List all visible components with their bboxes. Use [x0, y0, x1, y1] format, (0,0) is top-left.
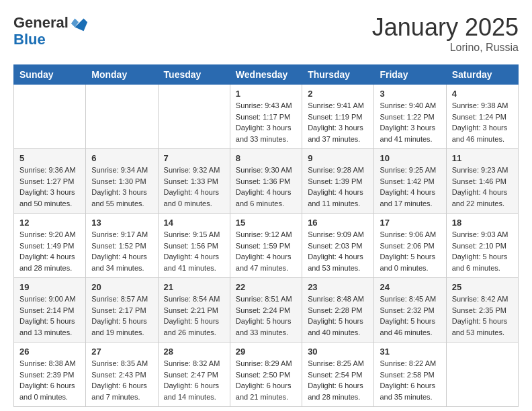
day-info: Sunrise: 9:32 AM Sunset: 1:33 PM Dayligh…: [164, 165, 224, 209]
calendar-week-row: 19Sunrise: 9:00 AM Sunset: 2:14 PM Dayli…: [14, 278, 519, 342]
title-block: January 2025 Lorino, Russia: [372, 13, 519, 54]
day-info: Sunrise: 9:28 AM Sunset: 1:39 PM Dayligh…: [308, 165, 368, 209]
day-number: 9: [308, 153, 368, 163]
day-info: Sunrise: 8:45 AM Sunset: 2:32 PM Dayligh…: [380, 293, 440, 338]
calendar-header-row: SundayMondayTuesdayWednesdayThursdayFrid…: [14, 65, 519, 85]
day-number: 11: [452, 153, 513, 163]
calendar-cell: 13Sunrise: 9:17 AM Sunset: 1:52 PM Dayli…: [86, 214, 158, 278]
calendar-cell: 6Sunrise: 9:34 AM Sunset: 1:30 PM Daylig…: [86, 149, 158, 214]
day-info: Sunrise: 9:36 AM Sunset: 1:27 PM Dayligh…: [19, 165, 80, 209]
logo-general: General: [13, 15, 69, 30]
calendar-cell: 11Sunrise: 9:23 AM Sunset: 1:46 PM Dayli…: [446, 149, 518, 214]
day-number: 25: [452, 282, 513, 292]
calendar-cell: 18Sunrise: 9:03 AM Sunset: 2:10 PM Dayli…: [446, 214, 518, 278]
day-number: 23: [308, 282, 368, 292]
day-info: Sunrise: 8:29 AM Sunset: 2:50 PM Dayligh…: [236, 358, 296, 402]
calendar-week-row: 5Sunrise: 9:36 AM Sunset: 1:27 PM Daylig…: [14, 149, 519, 214]
day-number: 24: [380, 282, 440, 292]
calendar-week-row: 1Sunrise: 9:43 AM Sunset: 1:17 PM Daylig…: [14, 85, 519, 149]
calendar-cell: 9Sunrise: 9:28 AM Sunset: 1:39 PM Daylig…: [302, 149, 374, 214]
logo: General Blue: [13, 13, 89, 47]
day-number: 18: [452, 218, 513, 228]
calendar-cell: [446, 342, 518, 407]
calendar-cell: 8Sunrise: 9:30 AM Sunset: 1:36 PM Daylig…: [230, 149, 302, 214]
page-header: General Blue January 2025 Lorino, Russia: [13, 13, 519, 54]
day-number: 31: [380, 347, 440, 357]
day-number: 4: [452, 89, 513, 99]
day-number: 19: [19, 282, 80, 292]
calendar-cell: 5Sunrise: 9:36 AM Sunset: 1:27 PM Daylig…: [14, 149, 86, 214]
calendar-week-row: 26Sunrise: 8:38 AM Sunset: 2:39 PM Dayli…: [14, 342, 519, 407]
calendar-cell: 15Sunrise: 9:12 AM Sunset: 1:59 PM Dayli…: [230, 214, 302, 278]
day-number: 2: [308, 89, 368, 99]
day-number: 12: [19, 218, 80, 228]
day-info: Sunrise: 9:15 AM Sunset: 1:56 PM Dayligh…: [164, 229, 224, 273]
day-info: Sunrise: 9:09 AM Sunset: 2:03 PM Dayligh…: [308, 229, 368, 273]
calendar-cell: 2Sunrise: 9:41 AM Sunset: 1:19 PM Daylig…: [302, 85, 374, 149]
calendar-cell: 12Sunrise: 9:20 AM Sunset: 1:49 PM Dayli…: [14, 214, 86, 278]
day-number: 22: [236, 282, 296, 292]
day-number: 28: [164, 347, 224, 357]
day-info: Sunrise: 9:00 AM Sunset: 2:14 PM Dayligh…: [19, 293, 80, 338]
day-info: Sunrise: 8:57 AM Sunset: 2:17 PM Dayligh…: [91, 293, 152, 338]
day-number: 8: [236, 153, 296, 163]
calendar-cell: 20Sunrise: 8:57 AM Sunset: 2:17 PM Dayli…: [86, 278, 158, 342]
day-info: Sunrise: 9:20 AM Sunset: 1:49 PM Dayligh…: [19, 229, 80, 273]
day-number: 29: [236, 347, 296, 357]
calendar-cell: 27Sunrise: 8:35 AM Sunset: 2:43 PM Dayli…: [86, 342, 158, 407]
day-number: 10: [380, 153, 440, 163]
day-number: 20: [91, 282, 152, 292]
day-info: Sunrise: 9:40 AM Sunset: 1:22 PM Dayligh…: [380, 100, 440, 144]
day-number: 21: [164, 282, 224, 292]
calendar-header-tuesday: Tuesday: [158, 65, 230, 85]
day-number: 14: [164, 218, 224, 228]
logo-blue: Blue: [13, 31, 46, 48]
day-info: Sunrise: 9:12 AM Sunset: 1:59 PM Dayligh…: [236, 229, 296, 273]
day-info: Sunrise: 8:48 AM Sunset: 2:28 PM Dayligh…: [308, 293, 368, 338]
day-info: Sunrise: 9:41 AM Sunset: 1:19 PM Dayligh…: [308, 100, 368, 144]
calendar-cell: 22Sunrise: 8:51 AM Sunset: 2:24 PM Dayli…: [230, 278, 302, 342]
day-number: 6: [91, 153, 152, 163]
calendar-cell: 3Sunrise: 9:40 AM Sunset: 1:22 PM Daylig…: [374, 85, 446, 149]
location: Lorino, Russia: [372, 42, 519, 54]
calendar-cell: 7Sunrise: 9:32 AM Sunset: 1:33 PM Daylig…: [158, 149, 230, 214]
calendar: SundayMondayTuesdayWednesdayThursdayFrid…: [13, 64, 519, 407]
day-info: Sunrise: 8:51 AM Sunset: 2:24 PM Dayligh…: [236, 293, 296, 338]
calendar-cell: 19Sunrise: 9:00 AM Sunset: 2:14 PM Dayli…: [14, 278, 86, 342]
day-info: Sunrise: 9:30 AM Sunset: 1:36 PM Dayligh…: [236, 165, 296, 209]
day-info: Sunrise: 9:34 AM Sunset: 1:30 PM Dayligh…: [91, 165, 152, 209]
day-number: 15: [236, 218, 296, 228]
calendar-cell: 10Sunrise: 9:25 AM Sunset: 1:42 PM Dayli…: [374, 149, 446, 214]
logo-icon: [70, 13, 89, 32]
day-info: Sunrise: 8:54 AM Sunset: 2:21 PM Dayligh…: [164, 293, 224, 338]
day-info: Sunrise: 9:06 AM Sunset: 2:06 PM Dayligh…: [380, 229, 440, 273]
calendar-cell: [14, 85, 86, 149]
calendar-header-friday: Friday: [374, 65, 446, 85]
day-number: 13: [91, 218, 152, 228]
day-number: 16: [308, 218, 368, 228]
calendar-cell: 28Sunrise: 8:32 AM Sunset: 2:47 PM Dayli…: [158, 342, 230, 407]
calendar-header-thursday: Thursday: [302, 65, 374, 85]
day-info: Sunrise: 8:32 AM Sunset: 2:47 PM Dayligh…: [164, 358, 224, 402]
day-number: 17: [380, 218, 440, 228]
calendar-header-sunday: Sunday: [14, 65, 86, 85]
calendar-cell: 1Sunrise: 9:43 AM Sunset: 1:17 PM Daylig…: [230, 85, 302, 149]
calendar-cell: 23Sunrise: 8:48 AM Sunset: 2:28 PM Dayli…: [302, 278, 374, 342]
calendar-cell: 16Sunrise: 9:09 AM Sunset: 2:03 PM Dayli…: [302, 214, 374, 278]
day-info: Sunrise: 9:03 AM Sunset: 2:10 PM Dayligh…: [452, 229, 513, 273]
calendar-cell: 31Sunrise: 8:22 AM Sunset: 2:58 PM Dayli…: [374, 342, 446, 407]
svg-marker-0: [75, 18, 87, 31]
calendar-cell: 26Sunrise: 8:38 AM Sunset: 2:39 PM Dayli…: [14, 342, 86, 407]
calendar-cell: 4Sunrise: 9:38 AM Sunset: 1:24 PM Daylig…: [446, 85, 518, 149]
calendar-cell: 29Sunrise: 8:29 AM Sunset: 2:50 PM Dayli…: [230, 342, 302, 407]
calendar-cell: 21Sunrise: 8:54 AM Sunset: 2:21 PM Dayli…: [158, 278, 230, 342]
calendar-week-row: 12Sunrise: 9:20 AM Sunset: 1:49 PM Dayli…: [14, 214, 519, 278]
day-number: 26: [19, 347, 80, 357]
day-info: Sunrise: 8:22 AM Sunset: 2:58 PM Dayligh…: [380, 358, 440, 402]
day-info: Sunrise: 8:38 AM Sunset: 2:39 PM Dayligh…: [19, 358, 80, 402]
calendar-cell: 24Sunrise: 8:45 AM Sunset: 2:32 PM Dayli…: [374, 278, 446, 342]
calendar-cell: 30Sunrise: 8:25 AM Sunset: 2:54 PM Dayli…: [302, 342, 374, 407]
calendar-cell: 14Sunrise: 9:15 AM Sunset: 1:56 PM Dayli…: [158, 214, 230, 278]
calendar-cell: [86, 85, 158, 149]
day-info: Sunrise: 9:43 AM Sunset: 1:17 PM Dayligh…: [236, 100, 296, 144]
